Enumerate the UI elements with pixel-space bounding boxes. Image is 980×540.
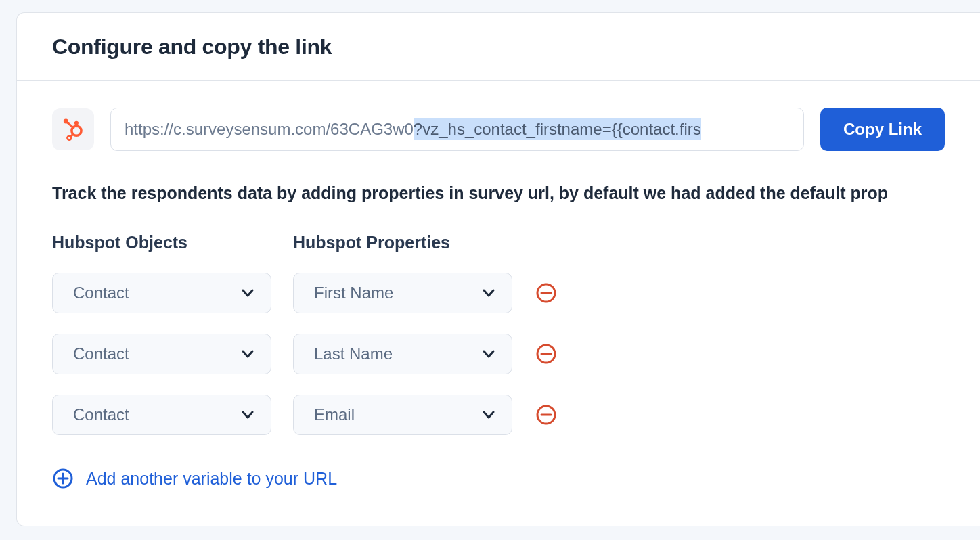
card-header: Configure and copy the link [17,13,980,81]
remove-row-button[interactable] [534,342,558,366]
property-select-value: First Name [314,284,393,302]
minus-circle-icon [535,404,557,426]
add-variable-button[interactable]: Add another variable to your URL [52,468,337,489]
tracking-description: Track the respondents data by adding pro… [52,183,945,203]
chevron-down-icon [240,346,256,362]
object-select-value: Contact [73,344,129,363]
svg-line-4 [67,122,74,128]
object-select-value: Contact [73,405,129,424]
url-highlight-text: ?vz_hs_contact_firstname={{contact.firs [414,118,701,140]
chevron-down-icon [481,346,497,362]
minus-circle-icon [535,343,557,365]
add-variable-label: Add another variable to your URL [86,469,337,489]
property-select[interactable]: First Name [293,273,512,313]
property-select[interactable]: Email [293,395,512,435]
chevron-down-icon [240,285,256,301]
object-select[interactable]: Contact [52,395,271,435]
svg-line-6 [70,134,73,137]
copy-link-label: Copy Link [843,120,922,139]
chevron-down-icon [481,285,497,301]
properties-table: Hubspot Objects Hubspot Properties Conta… [52,233,945,435]
object-select[interactable]: Contact [52,334,271,374]
survey-url-input[interactable]: https://c.surveysensum.com/63CAG3w0?vz_h… [110,108,804,151]
chevron-down-icon [481,407,497,423]
property-select-value: Last Name [314,344,393,363]
link-row: https://c.surveysensum.com/63CAG3w0?vz_h… [52,108,945,151]
object-select-value: Contact [73,284,129,302]
object-select[interactable]: Contact [52,273,271,313]
plus-circle-icon [52,468,74,489]
hubspot-icon [52,108,94,150]
url-plain-text: https://c.surveysensum.com/63CAG3w0 [125,120,414,139]
card-body: https://c.surveysensum.com/63CAG3w0?vz_h… [17,81,980,489]
property-select[interactable]: Last Name [293,334,512,374]
chevron-down-icon [240,407,256,423]
property-select-value: Email [314,405,355,424]
configure-link-card: Configure and copy the link https://c.su… [16,12,980,526]
minus-circle-icon [535,282,557,304]
remove-row-button[interactable] [534,403,558,427]
properties-column-header: Hubspot Properties [293,233,512,252]
page-title: Configure and copy the link [52,35,945,60]
copy-link-button[interactable]: Copy Link [820,108,945,151]
objects-column-header: Hubspot Objects [52,233,271,252]
remove-row-button[interactable] [534,281,558,305]
